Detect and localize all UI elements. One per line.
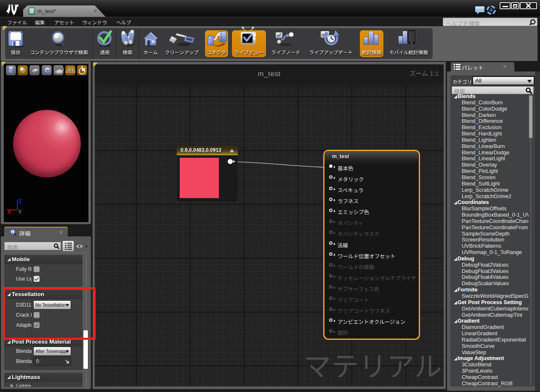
svg-text:i: i: [12, 230, 13, 234]
svg-text:X: X: [8, 209, 11, 214]
svg-text:Z: Z: [19, 198, 21, 204]
svg-text:Y: Y: [18, 209, 21, 214]
